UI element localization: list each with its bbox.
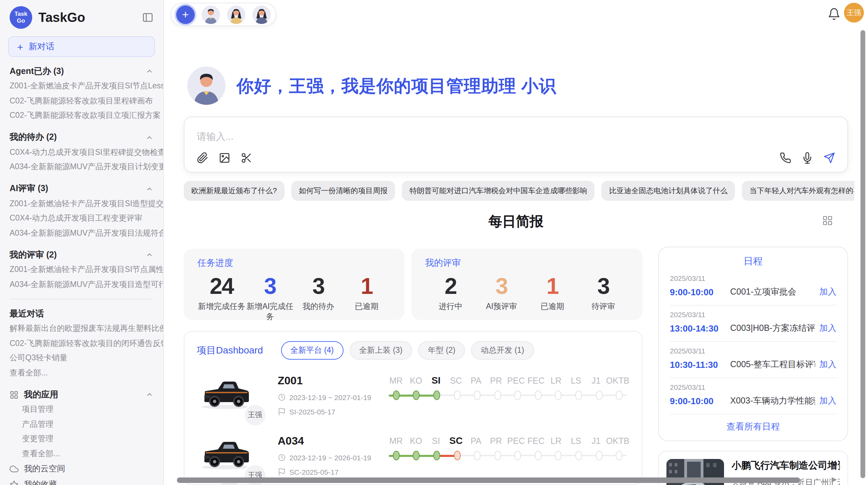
section-title: 我的评审 (2) xyxy=(10,249,57,261)
event-date: 2025/03/11 xyxy=(670,274,836,282)
vertical-scrollbar[interactable] xyxy=(860,30,865,478)
view-all-apps-link[interactable]: 查看全部... xyxy=(0,446,163,461)
scroll-right-arrow[interactable]: ▶ xyxy=(832,475,837,483)
chevron-up-icon xyxy=(145,390,154,399)
suggestion-chip[interactable]: 如何写一份清晰的项目周报 xyxy=(291,181,395,201)
join-meeting-link[interactable]: 加入 xyxy=(819,323,836,334)
stats-card: 我的评审2进行中3AI预评审1已逾期3待评审 xyxy=(411,249,642,320)
dashboard-filter[interactable]: 全新上装 (3) xyxy=(350,341,412,360)
suggestion-chip[interactable]: 比亚迪全固态电池计划具体说了什么 xyxy=(602,181,735,201)
layout-grid-icon[interactable] xyxy=(822,215,833,226)
recent-conversation-item[interactable]: 公司Q3轻卡销量 xyxy=(0,351,163,365)
event-date: 2025/03/11 xyxy=(670,383,836,391)
join-meeting-link[interactable]: 加入 xyxy=(819,395,836,407)
horizontal-scrollbar[interactable] xyxy=(177,477,800,483)
sidebar-task-item[interactable]: A034-全新新能源MUV产品开发项目法规符合性评审 xyxy=(0,226,163,240)
app-item-project-mgmt[interactable]: 项目管理 xyxy=(0,402,163,417)
dashboard-filter[interactable]: 年型 (2) xyxy=(418,341,465,360)
stat-label: 新增AI完成任务 xyxy=(246,301,294,322)
add-conversation-button[interactable]: + xyxy=(176,5,195,24)
sidebar-item-cloud-space[interactable]: 我的云空间 xyxy=(0,461,163,477)
stat-item: 3AI预评审 xyxy=(476,273,527,312)
sidebar-task-item[interactable]: Z001-全新燃油轻卡产品开发项目SI造型提交物评审 xyxy=(0,196,163,211)
app-item-product-mgmt[interactable]: 产品管理 xyxy=(0,417,163,432)
app-item-change-mgmt[interactable]: 变更管理 xyxy=(0,432,163,446)
milestone-label: LR xyxy=(546,436,566,446)
milestone-label: J1 xyxy=(586,376,606,386)
milestone-dot xyxy=(575,390,582,400)
conversation-avatar[interactable] xyxy=(202,5,220,24)
person-avatar-illustration xyxy=(187,66,226,105)
new-chat-button[interactable]: + 新对话 xyxy=(8,36,155,57)
sidebar-task-item[interactable]: C02-飞腾新能源轻客改款项目里程碑画布 xyxy=(0,94,163,108)
project-row[interactable]: 王强Z0012023-12-19 ~ 2027-01-19SI-2025-05-… xyxy=(197,375,629,416)
scissors-icon[interactable] xyxy=(241,152,252,164)
sidebar-task-item[interactable]: C0X4-动力总成开发项目工程变更评审 xyxy=(0,211,163,226)
chat-input[interactable]: 请输入... xyxy=(184,116,848,173)
attach-icon[interactable] xyxy=(197,152,208,164)
app-logo: Task Go xyxy=(10,6,32,29)
suggestion-chip[interactable]: 欧洲新规最近颁布了什么? xyxy=(184,181,285,201)
dashboard-filter[interactable]: 动总开发 (1) xyxy=(471,341,534,360)
sidebar-task-item[interactable]: C02-飞腾新能源轻客改款项目立项汇报方案 xyxy=(0,108,163,123)
star-icon xyxy=(10,480,19,485)
project-row[interactable]: 王强A0342023-12-19 ~ 2026-01-19SC-2025-05-… xyxy=(197,435,629,476)
phone-icon[interactable] xyxy=(780,152,791,164)
stat-label: 待评审 xyxy=(578,301,629,312)
conversation-avatar[interactable] xyxy=(227,5,245,24)
news-title: 小鹏飞行汽车制造公司增资 xyxy=(732,459,840,472)
sidebar-task-item[interactable]: C0X4-动力总成开发项目SI里程碑提交物检查 xyxy=(0,145,163,160)
schedule-event: 2025/03/1113:00-14:30C003|H0B-方案冻结评审加入 xyxy=(670,306,836,342)
input-right-icons xyxy=(780,152,835,164)
my-apps-section-header[interactable]: 我的应用 xyxy=(0,387,163,402)
conversation-avatar[interactable] xyxy=(252,5,271,24)
stat-item: 24新增完成任务 xyxy=(197,273,246,322)
section-title: Agent已办 (3) xyxy=(10,65,64,77)
stat-item: 3我的待办 xyxy=(294,273,342,322)
milestone-label: LS xyxy=(566,376,586,386)
sidebar-item-favorites[interactable]: 我的收藏 xyxy=(0,477,163,485)
join-meeting-link[interactable]: 加入 xyxy=(819,286,836,298)
recent-section-header[interactable]: 最近对话 xyxy=(0,306,163,321)
sidebar-task-item[interactable]: Z001-全新燃油轻卡产品开发项目SI节点属性5D文件评审 xyxy=(0,262,163,277)
view-all-conversations-link[interactable]: 查看全部... xyxy=(0,365,163,380)
view-all-schedule-link[interactable]: 查看所有日程 xyxy=(670,414,836,433)
sidebar-task-item[interactable]: Z001-全新燃油皮卡产品开发项目SI节点Lesson Learn报告 xyxy=(0,79,163,94)
chevron-up-icon xyxy=(145,67,154,75)
sidebar-section-header[interactable]: 我的评审 (2) xyxy=(0,247,163,262)
recent-conversation-item[interactable]: C02-飞腾新能源轻客改款项目的闭环通告反馈情况 xyxy=(0,336,163,351)
notifications-bell-icon[interactable] xyxy=(828,8,841,21)
stats-card-title: 任务进度 xyxy=(197,257,391,269)
milestone-dot xyxy=(454,390,460,400)
dashboard-filter[interactable]: 全新平台 (4) xyxy=(281,341,343,360)
milestone-dot xyxy=(555,451,562,460)
assistant-avatar xyxy=(187,66,226,105)
join-meeting-link[interactable]: 加入 xyxy=(819,359,836,371)
sidebar-section-header[interactable]: AI评审 (3) xyxy=(0,181,163,196)
recent-conversation-item[interactable]: 解释最新出台的欧盟报废车法规再生塑料比例被调至15%... xyxy=(0,321,163,336)
event-time: 9:00-10:00 xyxy=(670,396,726,406)
milestone-track: MRKOSISCPAPRPECFECLRLSJ1OKTB xyxy=(386,435,629,476)
sidebar-collapse-icon[interactable] xyxy=(142,12,154,23)
suggestion-chip[interactable]: 当下年轻人对汽车外观有怎样的喜好趋势 xyxy=(742,181,854,201)
send-icon[interactable] xyxy=(823,152,835,164)
sidebar-section-header[interactable]: 我的待办 (2) xyxy=(0,130,163,145)
mic-icon[interactable] xyxy=(801,152,813,164)
project-car: 王强 xyxy=(197,375,263,416)
milestone-label: PR xyxy=(486,376,506,386)
event-time: 10:30-11:30 xyxy=(670,360,726,370)
project-info: Z0012023-12-19 ~ 2027-01-19SI-2025-05-17 xyxy=(278,375,386,416)
user-avatar[interactable]: 王强 xyxy=(844,3,864,23)
schedule-event: 2025/03/119:00-10:00C001-立项审批会加入 xyxy=(670,269,836,306)
logo-text-top: Task xyxy=(14,11,27,17)
chevron-up-icon xyxy=(145,185,154,193)
milestone-dot xyxy=(616,390,623,400)
sidebar-task-item[interactable]: A034-全新新能源MUV产品开发项目计划变更表编写 xyxy=(0,160,163,174)
milestone-label: PEC xyxy=(506,436,526,446)
milestone-dot xyxy=(494,390,501,400)
image-icon[interactable] xyxy=(219,152,230,164)
stat-label: 已逾期 xyxy=(342,301,391,312)
suggestion-chip[interactable]: 特朗普可能对进口汽车增税会对中国车企造成哪些影响 xyxy=(402,181,595,201)
sidebar-task-item[interactable]: A034-全新新能源MUV产品开发项目造型可行性评审 xyxy=(0,277,163,292)
sidebar-section-header[interactable]: Agent已办 (3) xyxy=(0,64,163,79)
